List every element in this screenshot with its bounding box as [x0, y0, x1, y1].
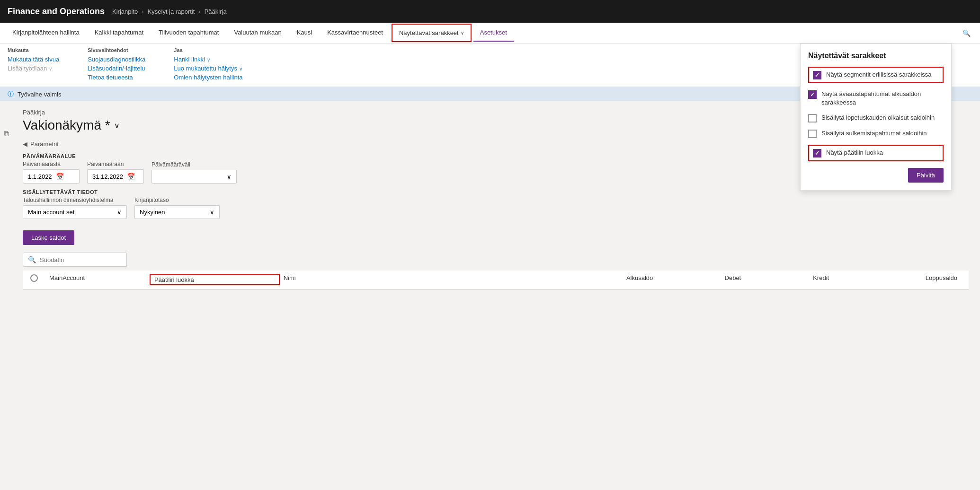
filter-icon[interactable]: ⧉ — [4, 130, 9, 138]
checkbox-2[interactable]: ✓ — [808, 90, 817, 99]
th-nimi[interactable]: Nimi — [280, 274, 529, 285]
checkbox-label-5: Näytä päätilin luokka — [826, 149, 883, 157]
to-date-input[interactable]: 31.12.2022 📅 — [87, 169, 144, 184]
search-icon: 🔍 — [28, 256, 36, 263]
calculate-button[interactable]: Laske saldot — [23, 230, 74, 245]
dropdown-option-1[interactable]: ✓ Näytä segmentit erillisissä sarakkeiss… — [808, 67, 944, 83]
dimension-select[interactable]: Main account set ∨ — [23, 205, 127, 219]
ribbon-naytettavat-label: Näytettävät sarakkeet — [399, 29, 459, 36]
dropdown-option-3[interactable]: Sisällytä lopetuskauden oikaisut saldoih… — [808, 114, 944, 122]
breadcrumb-sep-1: › — [142, 8, 143, 15]
accounting-value: Nykyinen — [140, 209, 165, 216]
dropdown-option-4[interactable]: Sisällytä sulkemistapahtumat saldoihin — [808, 129, 944, 138]
dimension-field: Taloushallinnon dimensioyhdistelmä Main … — [23, 197, 127, 219]
calendar-icon-to: 📅 — [127, 173, 135, 180]
update-button[interactable]: Päivitä — [908, 168, 944, 183]
interval-select[interactable]: ∨ — [151, 170, 237, 184]
lisaa-tyotilaan[interactable]: Lisää työtilaan ∨ — [8, 65, 59, 72]
top-bar: Finance and Operations Kirjanpito › Kyse… — [0, 0, 980, 23]
th-alkusaldo[interactable]: Alkusaldo — [528, 274, 657, 285]
customize-group-sivu: Sivuvaihtoehdot Suojausdiagnostiikka Lis… — [88, 47, 145, 81]
luo-mukautettu[interactable]: Luo mukautettu hälytys ∨ — [174, 65, 242, 72]
th-main-account[interactable]: MainAccount — [45, 274, 150, 285]
calendar-icon-from: 📅 — [56, 173, 64, 180]
checkbox-label-3: Sisällytä lopetuskauden oikaisut saldoih… — [821, 114, 935, 122]
to-date-field: Päivämäärään 31.12.2022 📅 — [87, 161, 144, 184]
breadcrumb: Kirjanpito › Kyselyt ja raportit › Pääki… — [112, 8, 227, 15]
ribbon-valuutan[interactable]: Valuutan mukaan — [227, 24, 288, 42]
checkbox-1[interactable]: ✓ — [813, 71, 821, 79]
dropdown-option-2[interactable]: ✓ Näytä avaaustapahtumat alkusaldon sara… — [808, 90, 944, 107]
naytettavat-dropdown: Näytettävät sarakkeet ✓ Näytä segmentit … — [800, 44, 952, 191]
th-debet[interactable]: Debet — [657, 274, 745, 285]
status-text: Työvaihe valmis — [18, 91, 61, 98]
search-box[interactable]: 🔍 — [23, 253, 127, 267]
checkbox-3[interactable] — [808, 114, 817, 122]
search-input[interactable] — [40, 256, 122, 263]
checkbox-label-4: Sisällytä sulkemistapahtumat saldoihin — [821, 129, 927, 138]
chevron-down-icon: ∨ — [227, 173, 232, 180]
check-icon-5: ✓ — [815, 150, 820, 157]
dimension-value: Main account set — [28, 209, 74, 216]
omien-halysten[interactable]: Omien hälytysten hallinta — [174, 74, 242, 81]
ribbon-kassavirta[interactable]: Kassavirtaennusteet — [321, 24, 390, 42]
ribbon-naytettavat[interactable]: Näytettävät sarakkeet ∨ — [392, 24, 472, 42]
breadcrumb-item-1[interactable]: Kirjanpito — [112, 8, 138, 15]
tietoa-tietueesta[interactable]: Tietoa tietueesta — [88, 74, 145, 81]
params-label: Parametrit — [30, 140, 59, 148]
sivu-title: Sivuvaihtoehdot — [88, 47, 145, 53]
ribbon-tilivuoden[interactable]: Tilivuoden tapahtumat — [152, 24, 225, 42]
app-title: Finance and Operations — [8, 7, 105, 17]
params-arrow-icon: ◀ — [23, 140, 27, 148]
check-icon-2: ✓ — [810, 91, 815, 98]
accounting-label: Kirjanpitotaso — [134, 197, 220, 203]
ribbon-kaikki[interactable]: Kaikki tapahtumat — [88, 24, 150, 42]
hanki-linkki-label: Hanki linkki — [174, 56, 205, 63]
ribbon-kausi[interactable]: Kausi — [290, 24, 319, 42]
ribbon: Kirjanpitolähteen hallinta Kaikki tapaht… — [0, 23, 980, 44]
th-loppusaldo[interactable]: Loppusaldo — [833, 274, 961, 285]
title-chevron-icon[interactable]: ∨ — [114, 121, 120, 130]
th-paakoodi[interactable]: Päätilin luokka — [150, 274, 280, 285]
lisasuodatin[interactable]: Lisäsuodatin/-lajittelu — [88, 65, 145, 72]
search-icon[interactable]: 🔍 — [959, 26, 974, 41]
checkbox-label-2: Näytä avaaustapahtumat alkusaldon sarakk… — [821, 90, 944, 107]
luo-label: Luo mukautettu hälytys — [174, 65, 237, 72]
lisaa-label: Lisää työtilaan — [8, 65, 47, 72]
ribbon-wrapper: Kirjanpitolähteen hallinta Kaikki tapaht… — [0, 23, 980, 44]
jaa-items: Hanki linkki ∨ Luo mukautettu hälytys ∨ … — [174, 56, 242, 81]
to-date-value: 31.12.2022 — [92, 173, 123, 180]
info-icon: ⓘ — [8, 90, 14, 98]
suojausdiagnostiikka[interactable]: Suojausdiagnostiikka — [88, 56, 145, 63]
accounting-select[interactable]: Nykyinen ∨ — [134, 205, 220, 219]
checkbox-5[interactable]: ✓ — [813, 149, 821, 158]
checkbox-label-1: Näytä segmentit erillisissä sarakkeissa — [826, 70, 932, 79]
breadcrumb-item-2[interactable]: Kyselyt ja raportit — [148, 8, 195, 15]
breadcrumb-item-3[interactable]: Pääkirja — [205, 8, 227, 15]
chevron-down-icon: ∨ — [117, 209, 122, 216]
jaa-title: Jaa — [174, 47, 242, 53]
chevron-down-icon: ∨ — [210, 209, 214, 216]
radio-icon — [30, 274, 38, 282]
include-group: SISÄLLYTETTÄVÄT TIEDOT Taloushallinnon d… — [23, 189, 969, 219]
ribbon-kirjanpito[interactable]: Kirjanpitolähteen hallinta — [6, 24, 86, 42]
interval-label: Päivämääräväli — [151, 161, 237, 168]
dropdown-footer: Päivitä — [808, 168, 944, 183]
th-radio — [30, 274, 45, 285]
mukauta-items: Mukauta tätä sivua Lisää työtilaan ∨ — [8, 56, 59, 72]
from-label: Päivämäärästä — [23, 161, 80, 167]
include-fields-row: Taloushallinnon dimensioyhdistelmä Main … — [23, 197, 969, 219]
customize-group-jaa: Jaa Hanki linkki ∨ Luo mukautettu hälyty… — [174, 47, 242, 81]
customize-group-mukauta: Mukauta Mukauta tätä sivua Lisää työtila… — [8, 47, 59, 81]
ribbon-asetukset[interactable]: Asetukset — [473, 24, 514, 42]
th-kredit[interactable]: Kredit — [745, 274, 833, 285]
from-date-input[interactable]: 1.1.2022 📅 — [23, 169, 80, 184]
breadcrumb-sep-2: › — [198, 8, 200, 15]
mukauta-title: Mukauta — [8, 47, 59, 53]
dropdown-option-5[interactable]: ✓ Näytä päätilin luokka — [808, 145, 944, 161]
checkbox-4[interactable] — [808, 130, 817, 138]
mukauta-tata[interactable]: Mukauta tätä sivua — [8, 56, 59, 63]
accounting-field: Kirjanpitotaso Nykyinen ∨ — [134, 197, 220, 219]
interval-field: Päivämääräväli ∨ — [151, 161, 237, 184]
hanki-linkki[interactable]: Hanki linkki ∨ — [174, 56, 242, 63]
